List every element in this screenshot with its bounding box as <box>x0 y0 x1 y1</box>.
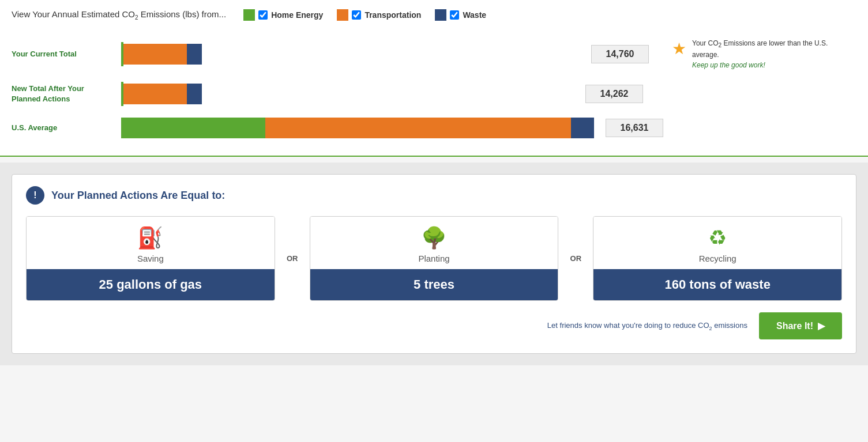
planned-orange-bar <box>123 84 187 104</box>
top-section: View Your Annual Estimated CO2 Emissions… <box>0 0 868 157</box>
gas-equiv-card: ⛽ Saving 25 gallons of gas <box>26 216 275 301</box>
current-blue-bar <box>187 44 202 65</box>
actions-card: ! Your Planned Actions Are Equal to: ⛽ S… <box>12 174 856 354</box>
legend-home-energy: Home Energy <box>243 9 323 21</box>
average-value: 16,631 <box>606 119 663 137</box>
star-section: ★ Your CO2 Emissions are lower than the … <box>672 38 856 70</box>
or-divider-2: OR <box>558 254 593 263</box>
chart-row-current: Your Current Total 14,760 ★ Your CO2 Emi… <box>12 38 856 70</box>
planned-total-label: New Total After Your Planned Actions <box>12 84 115 104</box>
share-button[interactable]: Share It! ▶ <box>759 312 842 339</box>
home-energy-color-swatch <box>243 9 255 21</box>
star-icon: ★ <box>672 39 686 58</box>
waste-color-swatch <box>435 9 446 21</box>
recycling-value: 160 tons of waste <box>593 269 841 300</box>
actions-header: ! Your Planned Actions Are Equal to: <box>26 186 842 205</box>
waste-checkbox[interactable] <box>450 10 459 20</box>
actions-title: Your Planned Actions Are Equal to: <box>51 190 225 202</box>
current-orange-bar <box>123 44 187 65</box>
legend-items: Home Energy Transportation Waste <box>243 9 486 21</box>
legend-transportation: Transportation <box>337 9 421 21</box>
info-icon: ! <box>26 186 44 205</box>
average-blue-bar <box>571 118 594 138</box>
chart-row-average: U.S. Average 16,631 <box>12 118 856 138</box>
saving-label: Saving <box>137 254 164 263</box>
gas-value: 25 gallons of gas <box>27 269 275 300</box>
share-text: Let friends know what you're doing to re… <box>547 321 747 331</box>
transportation-color-swatch <box>337 9 348 21</box>
recycling-equiv-card: ♻ Recycling 160 tons of waste <box>593 216 842 301</box>
planting-label: Planting <box>418 254 449 263</box>
tree-icon: 🌳 <box>421 226 447 250</box>
planned-total-value: 14,262 <box>585 85 643 103</box>
current-total-value: 14,760 <box>591 45 649 63</box>
transportation-checkbox[interactable] <box>352 10 361 20</box>
share-row: Let friends know what you're doing to re… <box>26 312 842 339</box>
bottom-section: ! Your Planned Actions Are Equal to: ⛽ S… <box>0 163 868 365</box>
star-text: Your CO2 Emissions are lower than the U.… <box>692 38 856 70</box>
home-energy-checkbox[interactable] <box>258 10 268 20</box>
average-green-bar <box>121 118 265 138</box>
trees-card-top: 🌳 Planting <box>310 217 558 269</box>
recycling-card-top: ♻ Recycling <box>593 217 841 269</box>
waste-label: Waste <box>463 10 486 20</box>
home-energy-label: Home Energy <box>271 10 323 20</box>
recycling-label: Recycling <box>699 254 737 263</box>
planned-blue-bar <box>187 84 202 104</box>
recycle-icon: ♻ <box>708 226 727 250</box>
chart-rows: Your Current Total 14,760 ★ Your CO2 Emi… <box>12 38 856 138</box>
chart-row-planned: New Total After Your Planned Actions 14,… <box>12 82 856 106</box>
legend-waste: Waste <box>435 9 486 21</box>
gas-card-top: ⛽ Saving <box>27 217 275 269</box>
or-divider-1: OR <box>275 254 310 263</box>
gas-pump-icon: ⛽ <box>137 226 163 250</box>
us-average-label: U.S. Average <box>12 123 115 133</box>
transportation-label: Transportation <box>365 10 421 20</box>
trees-value: 5 trees <box>310 269 558 300</box>
header-title: View Your Annual Estimated CO2 Emissions… <box>12 9 226 21</box>
share-arrow-icon: ▶ <box>818 320 825 331</box>
current-total-label: Your Current Total <box>12 49 115 59</box>
header-row: View Your Annual Estimated CO2 Emissions… <box>12 9 856 21</box>
average-orange-bar <box>265 118 571 138</box>
equivalents-row: ⛽ Saving 25 gallons of gas OR 🌳 Planting… <box>26 216 842 301</box>
trees-equiv-card: 🌳 Planting 5 trees <box>310 216 559 301</box>
